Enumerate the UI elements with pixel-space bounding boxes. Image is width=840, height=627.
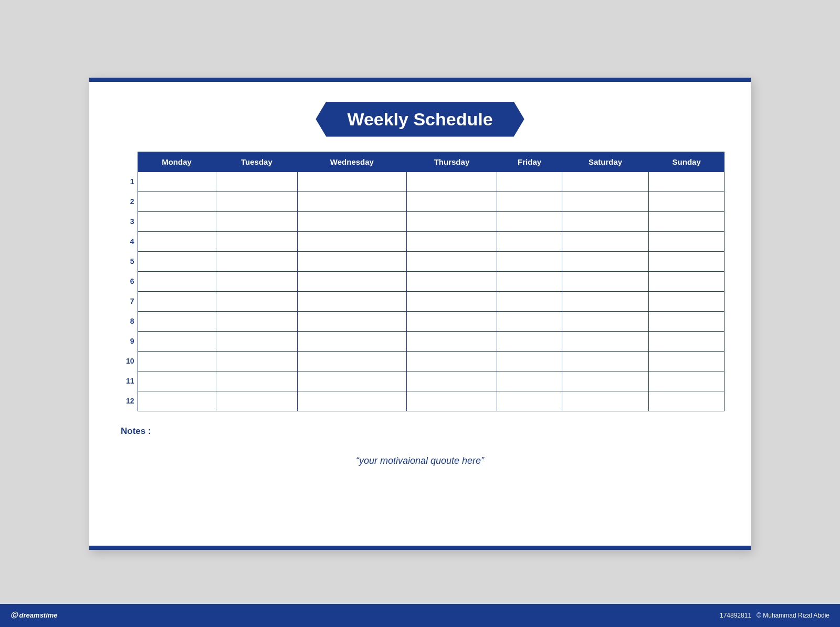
schedule-cell[interactable] [216, 291, 298, 311]
schedule-cell[interactable] [649, 271, 724, 291]
schedule-cell[interactable] [649, 391, 724, 411]
schedule-cell[interactable] [138, 371, 216, 391]
schedule-cell[interactable] [649, 291, 724, 311]
schedule-cell[interactable] [138, 291, 216, 311]
schedule-cell[interactable] [562, 351, 649, 371]
schedule-cell[interactable] [562, 251, 649, 271]
schedule-cell[interactable] [497, 291, 562, 311]
row-number: 10 [116, 351, 138, 371]
col-header-friday: Friday [497, 152, 562, 172]
table-row: 5 [116, 251, 724, 271]
schedule-cell[interactable] [216, 351, 298, 371]
schedule-cell[interactable] [298, 271, 406, 291]
schedule-cell[interactable] [216, 311, 298, 331]
schedule-cell[interactable] [216, 192, 298, 211]
schedule-cell[interactable] [497, 211, 562, 231]
schedule-cell[interactable] [138, 311, 216, 331]
schedule-cell[interactable] [649, 371, 724, 391]
schedule-cell[interactable] [406, 351, 497, 371]
schedule-cell[interactable] [497, 251, 562, 271]
schedule-cell[interactable] [497, 231, 562, 251]
schedule-cell[interactable] [497, 331, 562, 351]
schedule-cell[interactable] [649, 351, 724, 371]
schedule-cell[interactable] [406, 371, 497, 391]
schedule-cell[interactable] [138, 211, 216, 231]
schedule-cell[interactable] [562, 211, 649, 231]
schedule-cell[interactable] [562, 192, 649, 211]
schedule-cell[interactable] [497, 192, 562, 211]
motivational-quote: “your motivaional quoute here” [116, 455, 724, 466]
col-header-tuesday: Tuesday [216, 152, 298, 172]
schedule-cell[interactable] [216, 231, 298, 251]
schedule-cell[interactable] [138, 271, 216, 291]
schedule-cell[interactable] [298, 291, 406, 311]
schedule-cell[interactable] [406, 331, 497, 351]
schedule-cell[interactable] [138, 251, 216, 271]
schedule-cell[interactable] [649, 172, 724, 192]
schedule-cell[interactable] [562, 391, 649, 411]
schedule-cell[interactable] [562, 311, 649, 331]
schedule-cell[interactable] [497, 172, 562, 192]
schedule-cell[interactable] [497, 351, 562, 371]
schedule-cell[interactable] [298, 231, 406, 251]
schedule-cell[interactable] [406, 192, 497, 211]
schedule-cell[interactable] [406, 251, 497, 271]
schedule-cell[interactable] [298, 251, 406, 271]
schedule-cell[interactable] [138, 391, 216, 411]
schedule-cell[interactable] [138, 351, 216, 371]
schedule-cell[interactable] [406, 211, 497, 231]
schedule-cell[interactable] [562, 271, 649, 291]
schedule-cell[interactable] [216, 271, 298, 291]
col-header-monday: Monday [138, 152, 216, 172]
table-row: 7 [116, 291, 724, 311]
schedule-cell[interactable] [649, 192, 724, 211]
schedule-cell[interactable] [497, 371, 562, 391]
schedule-cell[interactable] [216, 391, 298, 411]
schedule-cell[interactable] [562, 331, 649, 351]
schedule-cell[interactable] [406, 391, 497, 411]
row-number: 4 [116, 231, 138, 251]
schedule-cell[interactable] [216, 172, 298, 192]
schedule-cell[interactable] [562, 231, 649, 251]
schedule-cell[interactable] [298, 311, 406, 331]
bottom-bar: Ⓒ dreamstime 174892811 © Muhammad Rizal … [0, 604, 840, 627]
schedule-cell[interactable] [298, 192, 406, 211]
schedule-cell[interactable] [298, 211, 406, 231]
schedule-cell[interactable] [216, 371, 298, 391]
schedule-cell[interactable] [138, 192, 216, 211]
schedule-cell[interactable] [562, 371, 649, 391]
schedule-cell[interactable] [649, 211, 724, 231]
schedule-cell[interactable] [138, 172, 216, 192]
schedule-cell[interactable] [649, 251, 724, 271]
table-row: 3 [116, 211, 724, 231]
row-num-header [116, 152, 138, 172]
table-row: 4 [116, 231, 724, 251]
schedule-cell[interactable] [406, 271, 497, 291]
schedule-cell[interactable] [298, 331, 406, 351]
schedule-cell[interactable] [497, 271, 562, 291]
schedule-cell[interactable] [649, 231, 724, 251]
schedule-card: Weekly Schedule Monday Tuesday Wednesday… [89, 78, 751, 550]
schedule-cell[interactable] [497, 391, 562, 411]
schedule-cell[interactable] [497, 311, 562, 331]
schedule-cell[interactable] [649, 311, 724, 331]
schedule-cell[interactable] [562, 172, 649, 192]
schedule-cell[interactable] [216, 331, 298, 351]
schedule-cell[interactable] [298, 371, 406, 391]
schedule-cell[interactable] [562, 291, 649, 311]
schedule-cell[interactable] [406, 231, 497, 251]
row-number: 7 [116, 291, 138, 311]
schedule-cell[interactable] [138, 331, 216, 351]
schedule-cell[interactable] [298, 391, 406, 411]
schedule-cell[interactable] [406, 291, 497, 311]
schedule-cell[interactable] [406, 311, 497, 331]
schedule-cell[interactable] [298, 351, 406, 371]
schedule-cell[interactable] [138, 231, 216, 251]
image-id: 174892811 [720, 612, 751, 619]
schedule-cell[interactable] [298, 172, 406, 192]
table-row: 11 [116, 371, 724, 391]
schedule-cell[interactable] [216, 251, 298, 271]
schedule-cell[interactable] [216, 211, 298, 231]
schedule-cell[interactable] [649, 331, 724, 351]
schedule-cell[interactable] [406, 172, 497, 192]
